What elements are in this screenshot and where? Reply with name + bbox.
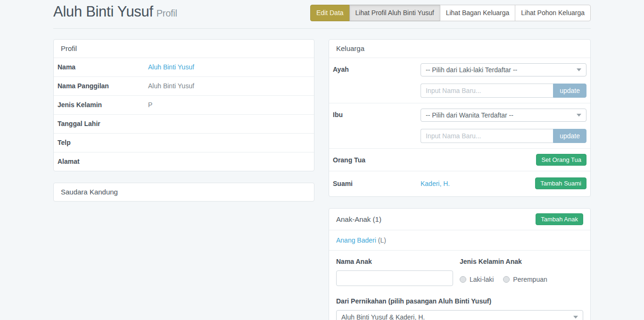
pernikahan-select[interactable]: Aluh Binti Yusuf & Kaderi, H. bbox=[336, 310, 583, 320]
page-container: Aluh Binti YusufProfil Edit Data Lihat P… bbox=[53, 0, 591, 320]
table-row: Nama Panggilan Aluh Binti Yusuf bbox=[54, 77, 314, 96]
ibu-row: Ibu -- Pilih dari Wanita Terdaftar -- up… bbox=[329, 103, 590, 148]
add-child-form: Nama Anak Jenis Kelamin Anak Laki-laki bbox=[329, 250, 590, 320]
profil-table: Nama Aluh Binti Yusuf Nama Panggilan Alu… bbox=[54, 58, 314, 171]
ayah-label: Ayah bbox=[333, 63, 421, 98]
nama-anak-input[interactable] bbox=[336, 270, 453, 286]
orang-tua-row: Orang Tua Set Orang Tua bbox=[329, 148, 590, 171]
ayah-select[interactable]: -- Pilih dari Laki-laki Terdaftar -- bbox=[421, 63, 586, 76]
edit-data-button[interactable]: Edit Data bbox=[310, 5, 350, 21]
row-value bbox=[144, 115, 314, 134]
suami-row: Suami Kaderi, H. Tambah Suami bbox=[329, 171, 590, 196]
anak-anak-panel: Anak-Anak (1) Tambah Anak Anang Baderi(L… bbox=[329, 208, 591, 320]
child-link[interactable]: Anang Baderi bbox=[336, 236, 376, 244]
row-value bbox=[144, 152, 314, 171]
table-row: Alamat bbox=[54, 152, 314, 171]
table-row: Nama Aluh Binti Yusuf bbox=[54, 58, 314, 77]
lihat-bagan-keluarga-button[interactable]: Lihat Bagan Keluarga bbox=[440, 5, 516, 21]
ayah-input-group: update bbox=[421, 84, 586, 98]
ayah-select-value: -- Pilih dari Laki-laki Terdaftar -- bbox=[426, 66, 517, 74]
table-row: Telp bbox=[54, 134, 314, 152]
keluarga-panel: Keluarga Ayah -- Pilih dari Laki-laki Te… bbox=[329, 39, 591, 197]
chevron-down-icon bbox=[577, 114, 581, 117]
view-switcher: Edit Data Lihat Profil Aluh Binti Yusuf … bbox=[310, 5, 591, 21]
ayah-name-input[interactable] bbox=[421, 84, 553, 98]
ibu-update-button[interactable]: update bbox=[553, 129, 586, 143]
nama-anak-label: Nama Anak bbox=[336, 258, 460, 266]
ibu-name-input[interactable] bbox=[421, 129, 553, 143]
tambah-anak-button[interactable]: Tambah Anak bbox=[536, 213, 583, 225]
lihat-pohon-keluarga-button[interactable]: Lihat Pohon Keluarga bbox=[515, 5, 591, 21]
ibu-select-value: -- Pilih dari Wanita Terdaftar -- bbox=[426, 111, 513, 119]
page-subtitle: Profil bbox=[157, 8, 177, 18]
jenis-kelamin-col: Jenis Kelamin Anak Laki-laki Perempuan bbox=[460, 258, 583, 286]
right-column: Keluarga Ayah -- Pilih dari Laki-laki Te… bbox=[329, 39, 591, 320]
tambah-suami-button[interactable]: Tambah Suami bbox=[535, 177, 586, 189]
row-value: Aluh Binti Yusuf bbox=[144, 77, 314, 96]
anak-anak-heading-row: Anak-Anak (1) Tambah Anak bbox=[329, 209, 590, 230]
radio-icon bbox=[460, 276, 466, 283]
radio-icon bbox=[503, 276, 510, 283]
table-row: Jenis Kelamin P bbox=[54, 96, 314, 115]
suami-label: Suami bbox=[333, 180, 421, 187]
profil-panel: Profil Nama Aluh Binti Yusuf Nama Panggi… bbox=[53, 39, 314, 171]
gender-radio-group: Laki-laki Perempuan bbox=[460, 276, 583, 283]
main-content: Profil Nama Aluh Binti Yusuf Nama Panggi… bbox=[53, 39, 591, 320]
jenis-kelamin-anak-label: Jenis Kelamin Anak bbox=[460, 258, 583, 266]
ibu-label: Ibu bbox=[333, 109, 421, 143]
radio-laki-laki-label: Laki-laki bbox=[470, 276, 494, 283]
row-label: Nama Panggilan bbox=[54, 77, 144, 96]
radio-laki-laki[interactable]: Laki-laki bbox=[460, 276, 494, 283]
suami-link[interactable]: Kaderi, H. bbox=[421, 180, 450, 187]
set-orang-tua-button[interactable]: Set Orang Tua bbox=[536, 154, 586, 166]
pernikahan-select-value: Aluh Binti Yusuf & Kaderi, H. bbox=[341, 313, 425, 320]
saudara-kandung-heading: Saudara Kandung bbox=[54, 183, 314, 201]
radio-perempuan[interactable]: Perempuan bbox=[503, 276, 547, 283]
left-column: Profil Nama Aluh Binti Yusuf Nama Panggi… bbox=[53, 39, 314, 213]
page-title: Aluh Binti YusufProfil bbox=[53, 3, 177, 22]
radio-perempuan-label: Perempuan bbox=[513, 276, 547, 283]
row-label: Tanggal Lahir bbox=[54, 115, 144, 134]
nama-anak-col: Nama Anak bbox=[336, 258, 460, 286]
saudara-kandung-panel: Saudara Kandung bbox=[53, 183, 314, 202]
chevron-down-icon bbox=[573, 316, 578, 319]
nama-link[interactable]: Aluh Binti Yusuf bbox=[148, 63, 194, 71]
row-label: Telp bbox=[54, 134, 144, 152]
lihat-profil-button[interactable]: Lihat Profil Aluh Binti Yusuf bbox=[349, 5, 440, 21]
row-label: Jenis Kelamin bbox=[54, 96, 144, 115]
table-row: Tanggal Lahir bbox=[54, 115, 314, 134]
row-label: Nama bbox=[54, 58, 144, 77]
anak-anak-heading: Anak-Anak (1) bbox=[336, 215, 381, 224]
child-list-item: Anang Baderi(L) bbox=[329, 230, 590, 250]
ayah-row: Ayah -- Pilih dari Laki-laki Terdaftar -… bbox=[329, 58, 590, 103]
page-header: Aluh Binti YusufProfil Edit Data Lihat P… bbox=[53, 0, 591, 29]
dari-pernikahan-label: Dari Pernikahan (pilih pasangan Aluh Bin… bbox=[336, 297, 583, 305]
chevron-down-icon bbox=[577, 68, 581, 71]
orang-tua-label: Orang Tua bbox=[333, 156, 421, 164]
profil-panel-heading: Profil bbox=[54, 40, 314, 58]
row-value: P bbox=[144, 96, 314, 115]
ibu-input-group: update bbox=[421, 129, 586, 143]
row-value bbox=[144, 134, 314, 152]
ayah-update-button[interactable]: update bbox=[553, 84, 586, 98]
person-name: Aluh Binti Yusuf bbox=[53, 3, 153, 20]
keluarga-panel-heading: Keluarga bbox=[329, 40, 590, 58]
child-gender-suffix: (L) bbox=[378, 236, 386, 244]
ibu-select[interactable]: -- Pilih dari Wanita Terdaftar -- bbox=[421, 109, 586, 122]
row-label: Alamat bbox=[54, 152, 144, 171]
